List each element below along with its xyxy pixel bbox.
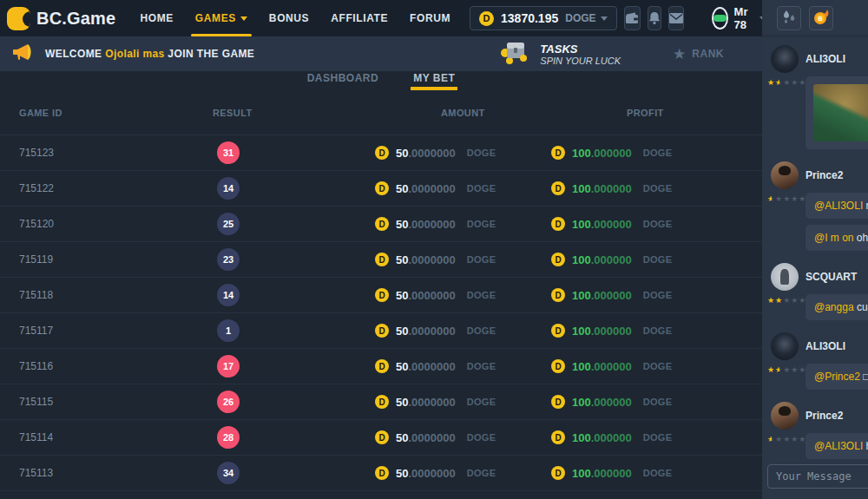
balance-selector[interactable]: D 13870.195 DOGE bbox=[470, 6, 617, 30]
result-cell: 17 bbox=[213, 355, 375, 378]
amount-integer: 50 bbox=[396, 360, 408, 373]
profit-cell: D 100.000000 DOGE bbox=[551, 288, 736, 302]
table-row[interactable]: 715114 28 D 50.0000000 DOGE D 100.000000… bbox=[0, 420, 762, 456]
doge-coin-icon: D bbox=[375, 359, 389, 373]
chat-username: SCQUART bbox=[802, 271, 868, 283]
profit-currency: DOGE bbox=[643, 325, 673, 336]
game-id-cell: 715123 bbox=[19, 147, 213, 159]
wallet-button[interactable] bbox=[624, 6, 641, 30]
table-row[interactable]: 715115 26 D 50.0000000 DOGE D 100.000000… bbox=[0, 384, 762, 420]
nav-link-home[interactable]: HOME bbox=[140, 0, 173, 36]
profit-cell: D 100.000000 DOGE bbox=[551, 217, 736, 231]
rank-label: RANK bbox=[692, 48, 724, 60]
table-row[interactable]: 715118 14 D 50.0000000 DOGE D 100.000000… bbox=[0, 278, 762, 313]
banner-right: TASKS SPIN YOUR LUCK ★ RANK bbox=[498, 39, 750, 69]
result-badge: 31 bbox=[217, 141, 240, 164]
tab-my-bet[interactable]: MY BET bbox=[413, 71, 455, 90]
amount-integer: 50 bbox=[396, 182, 408, 195]
profit-decimals: .000000 bbox=[591, 253, 632, 266]
chat-bubbles bbox=[802, 73, 868, 149]
avatar bbox=[712, 7, 728, 30]
avatar[interactable] bbox=[771, 332, 799, 360]
result-badge: 23 bbox=[217, 248, 240, 271]
profit-currency: DOGE bbox=[643, 219, 673, 229]
amount-cell: D 50.0000000 DOGE bbox=[375, 146, 551, 160]
result-badge: 14 bbox=[217, 177, 240, 200]
user-star-rating: ★★★★★★ bbox=[766, 189, 802, 251]
result-badge: 26 bbox=[217, 391, 240, 413]
chat-input-wrap bbox=[767, 464, 863, 494]
table-row[interactable]: 715117 1 D 50.0000000 DOGE D 100.000000 … bbox=[0, 313, 762, 349]
nav-link-forum[interactable]: FORUM bbox=[410, 0, 450, 36]
amount-integer: 50 bbox=[396, 218, 408, 231]
table-row[interactable]: 715113 34 D 50.0000000 DOGE D 100.000000… bbox=[0, 456, 762, 491]
profit-integer: 100 bbox=[572, 325, 591, 338]
profit-integer: 100 bbox=[572, 218, 591, 231]
profit-cell: D 100.000000 DOGE bbox=[551, 181, 736, 195]
table-header: GAME ID RESULT AMOUNT PROFIT bbox=[0, 90, 762, 135]
rank-widget[interactable]: ★ RANK bbox=[673, 47, 724, 62]
chat-sidebar: B ALI3OLI ★★★★★★★ Prince2 ★★★★★★ @ALI3OL… bbox=[762, 0, 868, 499]
game-id-cell: 715115 bbox=[19, 396, 213, 408]
game-id-cell: 715119 bbox=[19, 253, 213, 266]
nav-link-games[interactable]: GAMES bbox=[195, 0, 247, 36]
doge-coin-icon: D bbox=[551, 466, 565, 480]
rain-button[interactable] bbox=[777, 6, 801, 30]
profit-integer: 100 bbox=[572, 182, 591, 195]
messages-button[interactable] bbox=[668, 6, 684, 30]
tasks-widget[interactable]: TASKS SPIN YOUR LUCK bbox=[498, 39, 621, 69]
welcome-prefix: WELCOME bbox=[45, 48, 105, 60]
profit-decimals: .000000 bbox=[591, 218, 632, 231]
tab-dashboard[interactable]: DASHBOARD bbox=[307, 71, 379, 90]
main-column: BC.Game HOMEGAMESBONUSAFFILIATEFORUM D 1… bbox=[0, 0, 762, 499]
profit-cell: D 100.000000 DOGE bbox=[551, 430, 736, 444]
table-row[interactable]: 715123 31 D 50.0000000 DOGE D 100.000000… bbox=[0, 135, 762, 171]
amount-integer: 50 bbox=[396, 431, 408, 444]
nav-link-affiliate[interactable]: AFFILIATE bbox=[331, 0, 388, 36]
header-result: RESULT bbox=[213, 108, 375, 118]
nav-link-bonus[interactable]: BONUS bbox=[269, 0, 309, 36]
amount-decimals: .0000000 bbox=[408, 182, 455, 195]
avatar[interactable] bbox=[771, 45, 799, 73]
game-id-cell: 715116 bbox=[19, 360, 213, 372]
result-badge: 34 bbox=[217, 462, 240, 484]
raindrops-icon bbox=[781, 10, 797, 27]
avatar[interactable] bbox=[771, 263, 799, 291]
amount-decimals: .0000000 bbox=[408, 431, 455, 444]
chat-username: ALI3OLI bbox=[802, 340, 868, 352]
header-game-id: GAME ID bbox=[19, 108, 213, 118]
profit-currency: DOGE bbox=[643, 432, 673, 443]
amount-cell: D 50.0000000 DOGE bbox=[375, 359, 551, 373]
amount-currency: DOGE bbox=[467, 219, 496, 229]
user-level-pill bbox=[713, 15, 727, 22]
avatar[interactable] bbox=[771, 402, 799, 430]
coin-drop-button[interactable]: B bbox=[809, 6, 833, 30]
wallet-icon bbox=[625, 12, 640, 25]
profit-integer: 100 bbox=[572, 147, 591, 160]
amount-decimals: .0000000 bbox=[408, 360, 455, 373]
profit-cell: D 100.000000 DOGE bbox=[551, 324, 736, 338]
amount-decimals: .0000000 bbox=[408, 253, 455, 266]
doge-coin-icon: D bbox=[551, 146, 565, 160]
notifications-button[interactable] bbox=[648, 6, 661, 30]
result-cell: 34 bbox=[213, 462, 375, 484]
avatar[interactable] bbox=[771, 161, 799, 189]
table-row[interactable]: 715120 25 D 50.0000000 DOGE D 100.000000… bbox=[0, 207, 762, 242]
chat-message-input[interactable] bbox=[767, 464, 868, 489]
user-star-rating: ★★★★★★★ bbox=[766, 73, 802, 149]
chat-image[interactable] bbox=[813, 84, 868, 141]
table-row[interactable]: 715122 14 D 50.0000000 DOGE D 100.000000… bbox=[0, 171, 762, 207]
logo[interactable]: BC.Game bbox=[7, 7, 115, 30]
star-icon: ★ bbox=[673, 47, 686, 62]
amount-cell: D 50.0000000 DOGE bbox=[375, 466, 551, 480]
doge-coin-icon: D bbox=[479, 11, 494, 26]
table-row[interactable]: 715119 23 D 50.0000000 DOGE D 100.000000… bbox=[0, 242, 762, 278]
result-badge: 17 bbox=[217, 355, 240, 378]
tasks-subtitle: SPIN YOUR LUCK bbox=[540, 56, 621, 66]
user-menu[interactable]: Mr 78 bbox=[712, 5, 767, 31]
bell-icon bbox=[648, 11, 661, 25]
table-row[interactable]: 715116 17 D 50.0000000 DOGE D 100.000000… bbox=[0, 349, 762, 384]
amount-decimals: .0000000 bbox=[408, 218, 455, 231]
doge-coin-icon: D bbox=[551, 359, 565, 373]
doge-coin-icon: D bbox=[375, 324, 389, 338]
